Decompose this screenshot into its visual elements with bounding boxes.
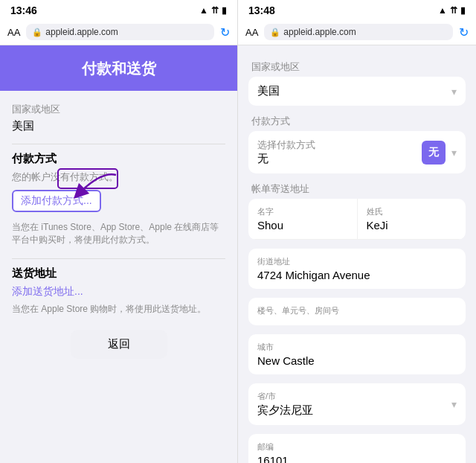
right-state-label: 省/市 xyxy=(257,391,451,402)
left-divider2 xyxy=(12,258,225,259)
right-url-bar[interactable]: 🔒 appleid.apple.com xyxy=(264,24,453,40)
right-city-label: 城市 xyxy=(257,342,457,353)
right-browser-bar: AA 🔒 appleid.apple.com ↻ xyxy=(238,19,476,45)
right-name-split: 名字 Shou 姓氏 KeJi xyxy=(248,199,466,240)
right-country-header: 国家或地区 xyxy=(251,60,466,74)
right-last-name-field[interactable]: 姓氏 KeJi xyxy=(358,199,466,240)
arrow-annotation xyxy=(57,167,123,205)
right-battery-icon: ▮ xyxy=(460,5,466,16)
left-shipping-title: 送货地址 xyxy=(12,266,225,281)
right-payment-selected: 无 xyxy=(257,152,416,166)
add-shipping-label: 添加送货地址... xyxy=(12,285,83,297)
left-content: 国家或地区 美国 付款方式 您的帐户没有付款方式。 添加付款方式... 当您在 … xyxy=(0,91,237,463)
right-country-row[interactable]: 美国 ▾ xyxy=(248,77,466,106)
right-panel: 13:48 ▲ ⇈ ▮ AA 🔒 appleid.apple.com ↻ 国家或… xyxy=(238,0,476,463)
right-payment-header: 付款方式 xyxy=(251,115,466,128)
wu-badge: 无 xyxy=(422,141,446,165)
left-page-title: 付款和送货 xyxy=(0,59,237,79)
wifi-icon: ⇈ xyxy=(211,5,219,16)
right-street-value: 4724 Michigan Avenue xyxy=(257,269,457,281)
add-shipping-button[interactable]: 添加送货地址... xyxy=(12,285,225,298)
left-payment-desc: 当您在 iTunes Store、App Store、Apple 在线商店等平台… xyxy=(12,221,225,246)
right-street-label: 街道地址 xyxy=(257,256,457,267)
right-name-group: 名字 Shou 姓氏 KeJi xyxy=(248,199,466,240)
right-payment-row[interactable]: 选择付款方式 无 无 ▾ xyxy=(248,131,466,173)
right-lock-icon: 🔒 xyxy=(270,28,280,37)
left-browser-bar: AA 🔒 appleid.apple.com ↻ xyxy=(0,19,237,45)
left-panel: 13:46 ▲ ⇈ ▮ AA 🔒 appleid.apple.com ↻ 付款和… xyxy=(0,0,238,463)
left-payment-title: 付款方式 xyxy=(12,152,225,166)
right-zip-label: 邮编 xyxy=(257,441,457,453)
payment-chevron-icon: ▾ xyxy=(451,147,457,159)
right-country-group: 美国 ▾ xyxy=(248,77,466,106)
right-last-name-value: KeJi xyxy=(367,219,457,232)
left-country-value: 美国 xyxy=(12,119,225,133)
left-divider1 xyxy=(12,144,225,144)
right-status-icons: ▲ ⇈ ▮ xyxy=(438,5,466,16)
right-state-group: 省/市 宾夕法尼亚 ▾ xyxy=(248,383,466,425)
right-payment-group: 选择付款方式 无 无 ▾ xyxy=(248,131,466,173)
left-page-header: 付款和送货 xyxy=(0,45,237,91)
state-chevron-icon: ▾ xyxy=(451,398,457,410)
right-wifi-icon: ⇈ xyxy=(450,5,457,16)
right-content: 国家或地区 美国 ▾ 付款方式 选择付款方式 无 无 ▾ 帐单寄送地址 xyxy=(238,45,476,463)
left-time: 13:46 xyxy=(10,4,37,16)
right-first-name-field[interactable]: 名字 Shou xyxy=(248,199,358,240)
right-zip-value: 16101 xyxy=(257,454,457,463)
right-street-field[interactable]: 街道地址 4724 Michigan Avenue xyxy=(248,249,466,289)
left-shipping-desc: 当您在 Apple Store 购物时，将使用此送货地址。 xyxy=(12,303,225,316)
right-address-header: 帐单寄送地址 xyxy=(251,182,466,196)
left-lock-icon: 🔒 xyxy=(32,28,42,37)
left-status-icons: ▲ ⇈ ▮ xyxy=(199,5,227,16)
back-button[interactable]: 返回 xyxy=(71,330,167,359)
right-payment-select-label: 选择付款方式 xyxy=(257,138,416,152)
chevron-down-icon: ▾ xyxy=(451,86,457,98)
right-status-bar: 13:48 ▲ ⇈ ▮ xyxy=(238,0,476,19)
right-refresh-icon[interactable]: ↻ xyxy=(459,25,469,39)
signal-icon: ▲ xyxy=(199,5,208,16)
right-first-name-value: Shou xyxy=(257,219,348,232)
right-city-field[interactable]: 城市 New Castle xyxy=(248,334,466,374)
left-status-bar: 13:46 ▲ ⇈ ▮ xyxy=(0,0,237,19)
left-country-label: 国家或地区 xyxy=(12,103,225,116)
right-apt-label: 楼号、单元号、房间号 xyxy=(257,305,457,316)
left-back-btn-wrap: 返回 xyxy=(12,330,225,359)
left-url-bar[interactable]: 🔒 appleid.apple.com xyxy=(26,24,214,40)
right-url-text: appleid.apple.com xyxy=(283,27,356,37)
right-state-field[interactable]: 省/市 宾夕法尼亚 ▾ xyxy=(248,383,466,425)
right-zip-group: 邮编 16101 xyxy=(248,434,466,463)
right-apt-field[interactable]: 楼号、单元号、房间号 xyxy=(248,298,466,325)
right-city-value: New Castle xyxy=(257,354,457,367)
right-aa-button[interactable]: AA xyxy=(245,27,258,38)
left-aa-button[interactable]: AA xyxy=(7,27,20,38)
back-button-label: 返回 xyxy=(108,337,130,350)
wu-label: 无 xyxy=(428,146,439,159)
left-refresh-icon[interactable]: ↻ xyxy=(220,25,230,39)
battery-icon: ▮ xyxy=(222,5,227,16)
right-state-value: 宾夕法尼亚 xyxy=(257,403,451,418)
right-signal-icon: ▲ xyxy=(438,5,447,16)
right-first-name-label: 名字 xyxy=(257,206,348,217)
right-country-value: 美国 xyxy=(257,84,451,98)
right-last-name-label: 姓氏 xyxy=(367,206,457,217)
right-city-group: 城市 New Castle xyxy=(248,334,466,374)
left-url-text: appleid.apple.com xyxy=(45,27,118,37)
right-time: 13:48 xyxy=(248,4,275,16)
right-apt-group: 楼号、单元号、房间号 xyxy=(248,298,466,325)
right-zip-field[interactable]: 邮编 16101 xyxy=(248,434,466,463)
right-street-group: 街道地址 4724 Michigan Avenue xyxy=(248,249,466,289)
